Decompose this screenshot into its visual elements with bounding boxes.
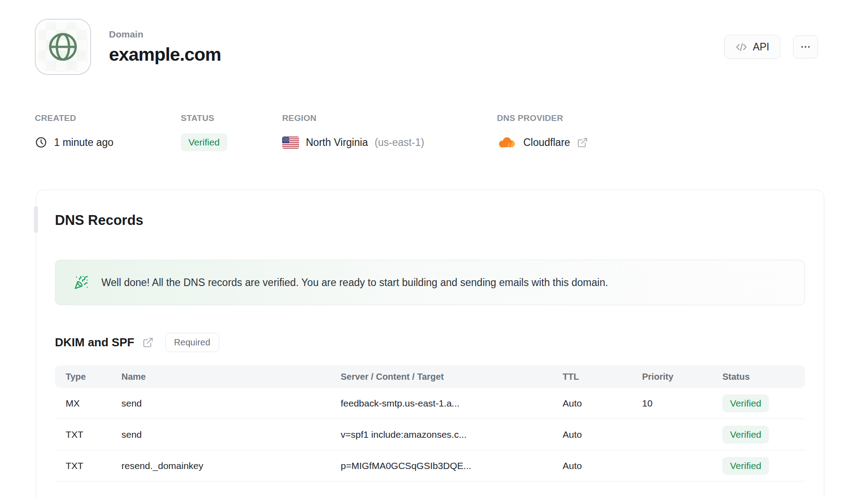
meta-status: STATUS Verified bbox=[181, 113, 282, 152]
external-link-icon[interactable] bbox=[142, 337, 154, 348]
cell-type: TXT bbox=[66, 461, 121, 471]
cell-type: TXT bbox=[66, 429, 121, 440]
cell-content: feedback-smtp.us-east-1.a... bbox=[341, 398, 563, 409]
col-status: Status bbox=[722, 372, 794, 382]
api-button-label: API bbox=[753, 41, 769, 53]
cell-name: resend._domainkey bbox=[121, 461, 341, 471]
required-badge: Required bbox=[165, 333, 219, 352]
col-content: Server / Content / Target bbox=[341, 372, 563, 382]
table-body: MX send feedback-smtp.us-east-1.a... Aut… bbox=[55, 388, 805, 481]
page-title: example.com bbox=[109, 44, 221, 65]
table-header-row: Type Name Server / Content / Target TTL … bbox=[55, 365, 805, 388]
clock-icon bbox=[35, 136, 47, 149]
page-header: Domain example.com API bbox=[0, 0, 868, 75]
status-badge: Verified bbox=[181, 133, 227, 151]
status-label: STATUS bbox=[181, 113, 282, 123]
dns-records-table: Type Name Server / Content / Target TTL … bbox=[55, 365, 805, 481]
section-title: DKIM and SPF bbox=[55, 336, 134, 349]
us-flag-icon bbox=[282, 137, 299, 149]
page-kicker: Domain bbox=[109, 29, 221, 40]
banner-text: Well done! All the DNS records are verif… bbox=[101, 277, 608, 289]
table-row[interactable]: MX send feedback-smtp.us-east-1.a... Aut… bbox=[55, 388, 805, 419]
cell-content: v=spf1 include:amazonses.c... bbox=[341, 429, 563, 440]
cell-priority: 10 bbox=[642, 398, 722, 409]
meta-dns-provider: DNS PROVIDER Cloudflare bbox=[497, 113, 588, 152]
col-priority: Priority bbox=[642, 372, 722, 382]
party-popper-icon bbox=[74, 275, 88, 290]
region-value: North Virginia bbox=[306, 137, 368, 149]
dkim-spf-section-head: DKIM and SPF Required bbox=[55, 333, 805, 352]
cell-ttl: Auto bbox=[563, 429, 642, 440]
dns-records-card: DNS Records Well done! All the DNS recor… bbox=[36, 190, 824, 498]
card-accent-bar bbox=[34, 206, 38, 233]
globe-icon bbox=[46, 30, 80, 64]
api-button[interactable]: API bbox=[724, 35, 780, 59]
verified-badge: Verified bbox=[722, 426, 769, 444]
col-ttl: TTL bbox=[563, 372, 642, 382]
col-name: Name bbox=[121, 372, 341, 382]
card-title: DNS Records bbox=[55, 212, 805, 228]
created-value: 1 minute ago bbox=[54, 137, 113, 149]
cloudflare-icon bbox=[497, 136, 517, 149]
meta-region: REGION bbox=[282, 113, 497, 152]
verified-badge: Verified bbox=[722, 394, 769, 412]
cell-content: p=MIGfMA0GCSqGSIb3DQE... bbox=[341, 461, 563, 471]
domain-meta: CREATED 1 minute ago STATUS Verified REG… bbox=[0, 113, 868, 152]
table-row[interactable]: TXT resend._domainkey p=MIGfMA0GCSqGSIb3… bbox=[55, 450, 805, 481]
cell-name: send bbox=[121, 398, 341, 409]
meta-created: CREATED 1 minute ago bbox=[35, 113, 181, 152]
ellipsis-icon bbox=[800, 41, 811, 53]
domain-avatar bbox=[35, 19, 91, 75]
external-link-icon[interactable] bbox=[577, 137, 588, 148]
region-code: (us-east-1) bbox=[375, 137, 424, 149]
created-label: CREATED bbox=[35, 113, 181, 123]
code-icon bbox=[735, 41, 747, 53]
table-row[interactable]: TXT send v=spf1 include:amazonses.c... A… bbox=[55, 419, 805, 450]
col-type: Type bbox=[66, 372, 121, 382]
verified-badge: Verified bbox=[722, 457, 769, 475]
more-button[interactable] bbox=[793, 35, 818, 58]
dns-provider-value: Cloudflare bbox=[523, 137, 570, 149]
dns-provider-label: DNS PROVIDER bbox=[497, 113, 588, 123]
cell-type: MX bbox=[66, 398, 121, 409]
cell-ttl: Auto bbox=[563, 461, 642, 471]
region-label: REGION bbox=[282, 113, 497, 123]
cell-name: send bbox=[121, 429, 341, 440]
cell-ttl: Auto bbox=[563, 398, 642, 409]
success-banner: Well done! All the DNS records are verif… bbox=[55, 260, 805, 305]
